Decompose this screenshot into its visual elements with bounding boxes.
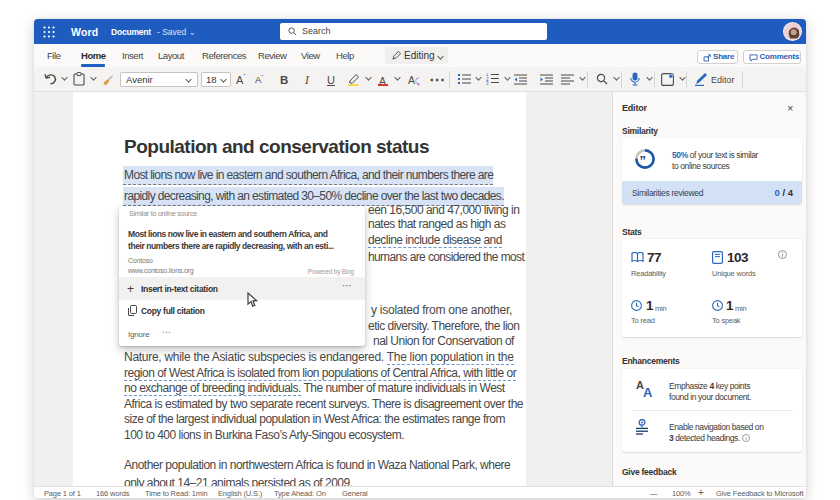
svg-text:”: ” [640,153,647,168]
svg-text:3: 3 [486,81,489,85]
